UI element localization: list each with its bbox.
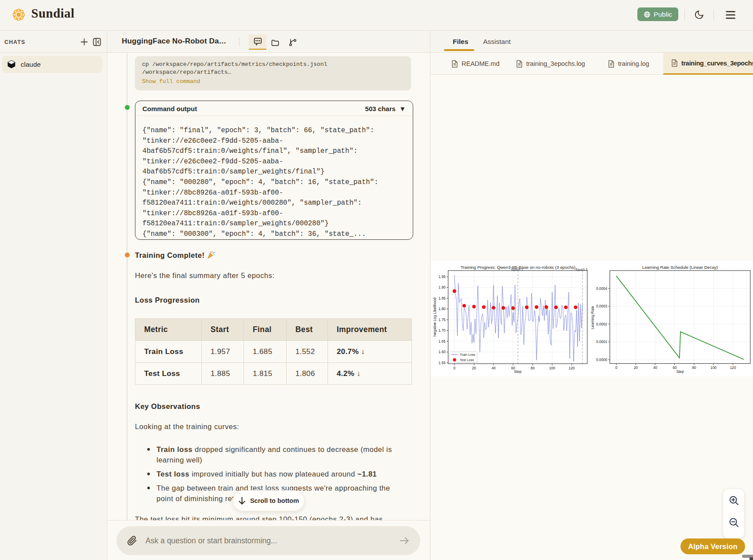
svg-text:40: 40 bbox=[491, 366, 496, 370]
svg-text:120: 120 bbox=[569, 366, 575, 370]
svg-text:1.70: 1.70 bbox=[439, 329, 446, 332]
svg-text:0.0002: 0.0002 bbox=[596, 322, 607, 326]
svg-text:80: 80 bbox=[531, 366, 535, 370]
svg-text:Epoch 1: Epoch 1 bbox=[511, 267, 523, 271]
svg-text:Epoch 3: Epoch 3 bbox=[576, 267, 588, 271]
svg-text:Train Loss: Train Loss bbox=[460, 353, 475, 357]
svg-text:0.0004: 0.0004 bbox=[596, 287, 607, 291]
svg-text:1.80: 1.80 bbox=[439, 307, 446, 311]
svg-text:1.85: 1.85 bbox=[439, 296, 446, 300]
svg-text:80: 80 bbox=[692, 366, 696, 370]
svg-text:1.55: 1.55 bbox=[439, 361, 446, 365]
svg-text:0.0003: 0.0003 bbox=[596, 304, 607, 308]
svg-text:20: 20 bbox=[472, 366, 477, 370]
svg-text:1.60: 1.60 bbox=[439, 350, 446, 354]
svg-text:1.75: 1.75 bbox=[439, 318, 446, 322]
svg-text:1.65: 1.65 bbox=[439, 340, 446, 343]
svg-text:0.0000: 0.0000 bbox=[596, 358, 607, 362]
svg-text:0.0001: 0.0001 bbox=[596, 340, 607, 344]
svg-text:Test Loss: Test Loss bbox=[460, 358, 474, 362]
svg-text:Negative Log Likelihood: Negative Log Likelihood bbox=[433, 297, 437, 337]
svg-text:0: 0 bbox=[454, 366, 456, 370]
svg-text:0: 0 bbox=[615, 366, 618, 370]
svg-text:20: 20 bbox=[634, 366, 638, 370]
svg-text:Step: Step bbox=[514, 369, 522, 374]
svg-text:100: 100 bbox=[549, 366, 555, 370]
svg-text:120: 120 bbox=[730, 366, 736, 370]
svg-text:1.95: 1.95 bbox=[439, 275, 446, 279]
svg-text:Step: Step bbox=[676, 369, 684, 374]
svg-text:100: 100 bbox=[710, 366, 717, 370]
svg-text:40: 40 bbox=[653, 366, 658, 370]
svg-text:Learning Rate: Learning Rate bbox=[590, 306, 595, 329]
svg-text:1.90: 1.90 bbox=[439, 285, 446, 289]
svg-text:Learning Rate Schedule (Linear: Learning Rate Schedule (Linear Decay) bbox=[642, 265, 718, 270]
